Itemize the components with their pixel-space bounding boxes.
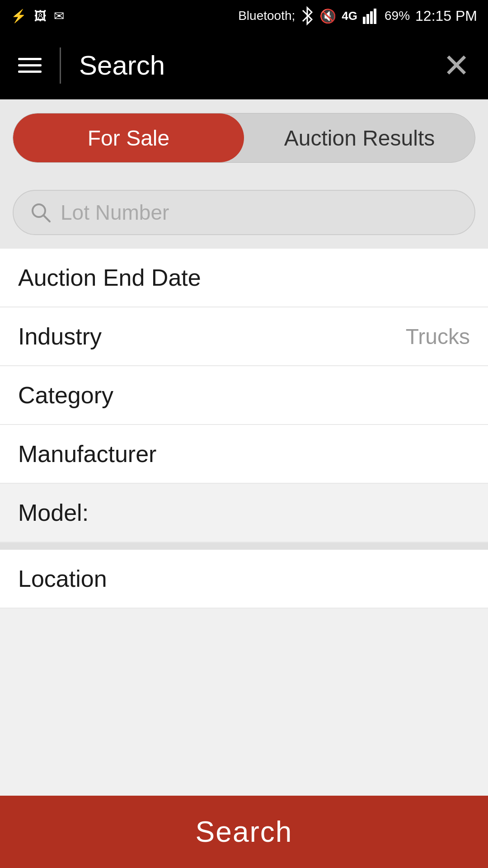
battery-text: 69% [385, 9, 410, 23]
svg-rect-2 [370, 11, 373, 24]
filter-label-category: Category [18, 382, 113, 409]
tab-for-sale[interactable]: For Sale [13, 113, 244, 162]
filter-row-model[interactable]: Model: [0, 484, 488, 542]
header-divider [60, 47, 61, 84]
status-bar: ⚡ 🖼 ✉ Bluetooth; 🔇 4G 69% 12:15 PM [0, 0, 488, 32]
signal-icon [363, 8, 379, 24]
tab-for-sale-label: For Sale [88, 126, 169, 151]
mail-icon: ✉ [54, 9, 64, 24]
header-left: Search [18, 47, 165, 84]
tab-auction-results[interactable]: Auction Results [244, 113, 475, 162]
tab-auction-results-label: Auction Results [284, 126, 435, 151]
filter-label-location: Location [18, 565, 107, 592]
svg-rect-0 [363, 17, 366, 24]
menu-button[interactable] [18, 58, 42, 73]
filter-label-industry: Industry [18, 323, 102, 350]
lot-search-container [13, 190, 475, 235]
filter-label-model: Model: [18, 499, 89, 526]
filter-row-manufacturer[interactable]: Manufacturer [0, 425, 488, 484]
menu-line-2 [18, 64, 42, 66]
filter-row-location[interactable]: Location [0, 550, 488, 609]
svg-rect-3 [374, 9, 376, 24]
image-icon: 🖼 [34, 9, 47, 24]
lot-number-input[interactable] [61, 200, 458, 225]
mute-icon: 🔇 [319, 8, 336, 24]
page-title: Search [79, 50, 165, 81]
filter-value-industry: Trucks [406, 324, 470, 349]
filter-row-industry[interactable]: IndustryTrucks [0, 307, 488, 366]
usb-icon: ⚡ [11, 9, 27, 24]
network-icon: 4G [342, 9, 357, 23]
search-button-label: Search [196, 815, 293, 849]
bottom-spacer [0, 609, 488, 681]
svg-rect-1 [366, 14, 369, 24]
header: Search ✕ [0, 32, 488, 99]
menu-line-1 [18, 58, 42, 60]
filter-row-auction-end-date[interactable]: Auction End Date [0, 249, 488, 307]
status-time: 12:15 PM [415, 8, 477, 24]
lot-search-section [0, 176, 488, 249]
filter-label-auction-end-date: Auction End Date [18, 264, 201, 291]
section-divider [0, 542, 488, 550]
bluetooth-icon [300, 6, 314, 26]
search-button[interactable]: Search [0, 796, 488, 868]
status-icons-right: Bluetooth; 🔇 4G 69% 12:15 PM [238, 6, 477, 26]
menu-line-3 [18, 71, 42, 73]
status-icons-left: ⚡ 🖼 ✉ [11, 9, 64, 24]
filter-label-manufacturer: Manufacturer [18, 440, 156, 467]
search-icon [30, 202, 52, 223]
filter-row-category[interactable]: Category [0, 366, 488, 425]
close-button[interactable]: ✕ [443, 49, 470, 82]
bluetooth-icon: Bluetooth; [238, 9, 295, 23]
toggle-container: For Sale Auction Results [0, 99, 488, 176]
toggle-tabs: For Sale Auction Results [13, 113, 475, 163]
svg-line-5 [43, 215, 50, 222]
filter-list: Auction End DateIndustryTrucksCategoryMa… [0, 249, 488, 609]
